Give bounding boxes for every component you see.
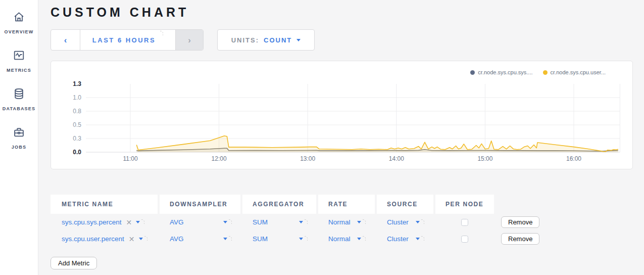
custom-chart-svg: 0.00.30.50.81.01.311:0012:0013:0014:0015… [51,61,633,170]
sidebar-label: OVERVIEW [5,29,34,34]
dropdown-corner-mark [363,236,366,241]
svg-text:13:00: 13:00 [300,155,315,162]
dropdown-corner-mark [229,236,232,241]
svg-text:0.8: 0.8 [73,108,81,115]
per-node-cell [435,236,494,243]
sidebar-item-jobs[interactable]: JOBS [12,125,26,150]
per-node-checkbox[interactable] [461,236,468,243]
time-window-prev-button[interactable]: ‹ [51,30,80,50]
clear-metric-icon[interactable]: ✕ [126,218,132,226]
per-node-checkbox[interactable] [461,219,468,226]
series-dot-icon [543,70,548,75]
page-title: CUSTOM CHART [51,5,644,20]
chevron-down-icon [223,238,227,240]
dropdown-corner-mark [363,219,366,224]
legend-item-user[interactable]: cr.node.sys.cpu.user... [543,69,606,75]
units-label: UNITS: [231,36,259,44]
column-header-downsampler: DOWNSAMPLER [160,195,240,214]
sidebar-item-databases[interactable]: DATABASES [3,87,35,111]
rate-select[interactable]: Normal [318,235,375,243]
main-content: CUSTOM CHART ‹ LAST 6 HOURS › UNITS: COU… [38,0,644,275]
chevron-down-icon [223,221,227,223]
dropdown-corner-mark [305,219,308,224]
sidebar-item-overview[interactable]: OVERVIEW [5,10,34,34]
chevron-right-icon: › [188,36,191,44]
actions-cell: Remove [496,233,552,245]
dropdown-corner-mark [229,219,232,224]
svg-text:16:00: 16:00 [566,155,581,162]
sidebar-label: DATABASES [3,106,35,111]
svg-text:11:00: 11:00 [123,155,137,162]
svg-text:15:00: 15:00 [477,155,492,162]
add-metric-button[interactable]: Add Metric [51,257,97,269]
metric-name-cell[interactable]: sys.cpu.user.percent ✕ [51,235,158,243]
clear-metric-icon[interactable]: ✕ [129,235,135,243]
chevron-down-icon [139,238,143,240]
dropdown-corner-mark [141,219,144,224]
remove-button[interactable]: Remove [501,216,539,228]
metric-name-value: sys.cpu.user.percent [62,235,124,243]
chevron-down-icon [299,221,303,223]
downsampler-select[interactable]: AVG [160,218,240,226]
databases-icon [12,87,26,103]
legend-item-sys[interactable]: cr.node.sys.cpu.sys.... [470,69,532,75]
sidebar: OVERVIEW METRICS DATABASES JOBS [0,0,38,275]
home-icon [12,10,26,26]
table-row: sys.cpu.sys.percent ✕ AVG SUM Normal [51,214,644,231]
svg-text:0.0: 0.0 [73,149,81,156]
svg-text:1.0: 1.0 [73,94,81,101]
column-header-actions [496,195,552,214]
dropdown-corner-mark [305,236,308,241]
source-select[interactable]: Cluster [377,218,433,226]
chevron-down-icon [299,238,303,240]
time-window-dropdown[interactable]: LAST 6 HOURS [80,30,175,50]
chart-controls: ‹ LAST 6 HOURS › UNITS: COUNT [51,29,644,51]
time-window-next-button[interactable]: › [175,30,203,50]
metric-name-cell[interactable]: sys.cpu.sys.percent ✕ [51,218,158,226]
custom-chart-card: cr.node.sys.cpu.sys.... cr.node.sys.cpu.… [51,61,633,169]
sidebar-label: METRICS [7,68,31,73]
table-row: sys.cpu.user.percent ✕ AVG SUM Normal [51,231,644,247]
svg-text:0.5: 0.5 [73,121,81,128]
dropdown-corner-mark [160,31,163,35]
per-node-cell [435,219,494,226]
aggregator-select[interactable]: SUM [242,218,316,226]
jobs-icon [12,125,26,141]
column-header-metric-name: METRIC NAME [51,195,158,214]
sidebar-item-metrics[interactable]: METRICS [7,49,31,73]
downsampler-select[interactable]: AVG [160,235,240,243]
metric-name-value: sys.cpu.sys.percent [62,218,122,226]
source-select[interactable]: Cluster [377,235,433,243]
metrics-icon [12,49,26,64]
metrics-table-header: METRIC NAME DOWNSAMPLER AGGREGATOR RATE … [51,195,644,214]
chevron-down-icon [357,221,361,223]
column-header-source: SOURCE [377,195,433,214]
chevron-down-icon [296,39,301,41]
time-window-selector: ‹ LAST 6 HOURS › [51,29,204,51]
svg-text:1.3: 1.3 [73,80,81,87]
chart-legend: cr.node.sys.cpu.sys.... cr.node.sys.cpu.… [470,69,606,75]
aggregator-select[interactable]: SUM [242,235,316,243]
actions-cell: Remove [496,216,552,228]
remove-button[interactable]: Remove [501,233,539,245]
time-window-label: LAST 6 HOURS [92,36,156,44]
svg-text:12:00: 12:00 [212,155,227,162]
chevron-left-icon: ‹ [64,36,67,44]
chevron-down-icon [136,221,140,223]
svg-text:14:00: 14:00 [389,155,404,162]
column-header-per-node: PER NODE [435,195,494,214]
series-dot-icon [470,70,475,75]
column-header-aggregator: AGGREGATOR [242,195,316,214]
chevron-down-icon [416,221,420,223]
rate-select[interactable]: Normal [318,218,375,226]
chevron-down-icon [357,238,361,240]
dropdown-corner-mark [421,236,424,241]
dropdown-corner-mark [144,236,147,241]
legend-label: cr.node.sys.cpu.sys.... [478,69,532,75]
sidebar-label: JOBS [12,145,26,150]
dropdown-corner-mark [421,219,424,224]
units-dropdown[interactable]: UNITS: COUNT [217,29,315,51]
chevron-down-icon [416,238,420,240]
legend-label: cr.node.sys.cpu.user... [551,69,606,75]
svg-text:0.3: 0.3 [73,135,81,142]
